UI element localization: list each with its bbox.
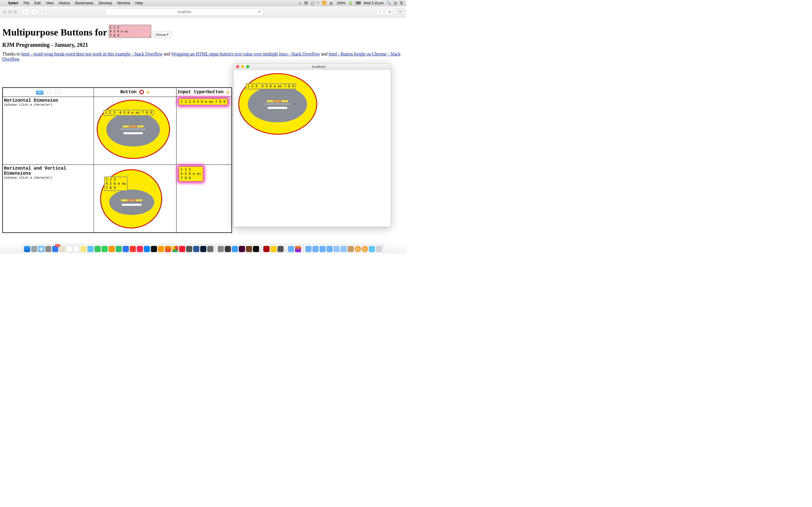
address-bar[interactable]: localhost ⟳ xyxy=(105,8,263,15)
sparkle-icon[interactable]: ✺ xyxy=(226,90,229,95)
app-icon[interactable] xyxy=(218,246,224,252)
forward-button[interactable]: › xyxy=(31,8,38,15)
credit-link-1[interactable]: html - word-wrap break-word does not wor… xyxy=(21,52,163,56)
launchpad-icon[interactable] xyxy=(31,246,37,252)
reload-icon[interactable]: ⟳ xyxy=(258,10,261,14)
mail-icon[interactable]: 13 xyxy=(52,246,58,252)
zoom-icon[interactable] xyxy=(246,65,249,68)
keynote-icon[interactable] xyxy=(123,246,129,252)
messages-icon[interactable] xyxy=(94,246,101,252)
menu-history[interactable]: History xyxy=(56,1,72,5)
numbers-icon[interactable] xyxy=(116,246,122,252)
preview-icon[interactable] xyxy=(87,246,94,252)
filezilla-icon[interactable] xyxy=(263,246,269,252)
reminders-icon[interactable] xyxy=(73,246,80,252)
back-button[interactable]: ‹ xyxy=(21,8,29,15)
share-button[interactable]: ⇪ xyxy=(376,8,384,15)
status-icon[interactable]: Ⓜ xyxy=(304,1,308,6)
app-icon[interactable] xyxy=(207,246,213,252)
status-icon[interactable]: ⟐ xyxy=(299,1,301,5)
app-icon[interactable] xyxy=(348,246,354,252)
mamp-icon[interactable] xyxy=(186,246,192,252)
folder-icon[interactable] xyxy=(305,246,312,252)
emoji-icon[interactable] xyxy=(55,90,60,94)
close-window-icon[interactable] xyxy=(3,10,6,13)
word-icon[interactable] xyxy=(193,246,199,252)
automator-icon[interactable] xyxy=(45,246,51,252)
appstore-icon[interactable] xyxy=(144,246,150,252)
firefox-icon[interactable] xyxy=(165,246,171,252)
photoshop-icon[interactable] xyxy=(200,246,206,252)
demo-button-1[interactable]: 1 2 3 4 5 6 e es 7 8 9 xyxy=(103,110,154,116)
demo-input-button-2[interactable]: 1 2 3 4 5 6 e es 7 8 9 xyxy=(179,166,203,181)
folder-icon[interactable] xyxy=(326,246,333,252)
bluetooth-icon[interactable]: ⌔ xyxy=(317,1,319,5)
menu-bookmarks[interactable]: Bookmarks xyxy=(73,1,96,5)
pages-icon[interactable] xyxy=(109,246,115,252)
trash-icon[interactable] xyxy=(376,246,382,252)
chrome-icon[interactable] xyxy=(172,246,178,252)
folder-icon[interactable] xyxy=(288,246,294,252)
menubar-clock[interactable]: Wed 3:15 pm xyxy=(364,1,384,5)
app-icon[interactable] xyxy=(225,246,231,252)
app-icon[interactable] xyxy=(232,246,238,252)
folder-icon[interactable] xyxy=(312,246,319,252)
safari-icon[interactable] xyxy=(38,246,44,252)
opera-icon[interactable] xyxy=(179,246,185,252)
app-icon[interactable] xyxy=(362,246,368,252)
menu-edit[interactable]: Edit xyxy=(32,1,43,5)
new-tab-button[interactable]: + xyxy=(397,8,403,15)
app-icon[interactable] xyxy=(369,246,375,252)
keyboard-icon[interactable]: ⌨ xyxy=(356,1,361,5)
emoji-icon[interactable] xyxy=(47,90,51,94)
choose-file-button[interactable]: Choose F xyxy=(153,32,171,38)
spotlight-icon[interactable]: 🔍 xyxy=(387,1,391,5)
app-icon[interactable] xyxy=(277,246,284,252)
tabs-button[interactable]: ⧉ xyxy=(386,8,393,15)
menu-file[interactable]: File xyxy=(21,1,32,5)
app-icon[interactable] xyxy=(355,246,361,252)
finder-icon[interactable] xyxy=(24,246,30,252)
zoom-window-icon[interactable] xyxy=(13,10,17,13)
notes-icon[interactable] xyxy=(80,246,87,252)
menu-develop[interactable]: Develop xyxy=(96,1,115,5)
siri-icon[interactable]: ◎ xyxy=(394,1,397,5)
new-badge[interactable]: NEW xyxy=(36,91,43,95)
sparkle-icon[interactable]: ✺ xyxy=(147,90,150,95)
folder-icon[interactable] xyxy=(334,246,340,252)
menu-window[interactable]: Window xyxy=(115,1,133,5)
title-textarea[interactable] xyxy=(109,25,151,38)
popup-demo-button[interactable]: 1 2 3 4 5 6 e es 7 8 9 xyxy=(246,83,296,89)
menu-view[interactable]: View xyxy=(43,1,56,5)
folder-icon[interactable] xyxy=(341,246,347,252)
minimize-icon[interactable] xyxy=(241,65,244,68)
folder-icon[interactable] xyxy=(319,246,326,252)
sidebar-button[interactable]: ☐ xyxy=(41,8,48,15)
popup-titlebar[interactable]: localhost xyxy=(234,64,391,70)
battery-icon[interactable]: 🔋 xyxy=(348,1,353,5)
notification-center-icon[interactable]: ☰ xyxy=(400,1,403,5)
terminal-icon[interactable] xyxy=(151,246,157,252)
menu-help[interactable]: Help xyxy=(133,1,146,5)
app-icon[interactable] xyxy=(253,246,259,252)
app-icon[interactable] xyxy=(158,246,164,252)
xd-icon[interactable] xyxy=(239,246,245,252)
airplay-icon[interactable]: ▢ xyxy=(311,1,314,5)
close-icon[interactable] xyxy=(236,65,239,68)
volume-icon[interactable]: 🔈 xyxy=(329,1,334,5)
paintbrush-icon[interactable] xyxy=(270,246,276,252)
popup-window[interactable]: localhost 1 2 3 4 5 6 e es 7 8 9 xyxy=(234,63,391,227)
credit-link-2[interactable]: Wrapping an HTML input button's text val… xyxy=(171,52,320,56)
minimize-window-icon[interactable] xyxy=(8,10,11,13)
contacts-icon[interactable] xyxy=(59,246,65,252)
demo-input-button-1[interactable]: 1 2 3 4 5 6 e es 7 8 9 xyxy=(179,99,227,105)
record-icon[interactable] xyxy=(139,90,144,94)
app-icon[interactable] xyxy=(246,246,252,252)
facetime-icon[interactable] xyxy=(101,246,108,252)
calendar-icon[interactable] xyxy=(66,246,72,252)
itunes-icon[interactable] xyxy=(137,246,143,252)
demo-button-2[interactable]: 1 2 3 4 5 6 e es 7 8 9 xyxy=(104,177,128,191)
firefox-icon[interactable] xyxy=(295,246,301,252)
wifi-icon[interactable]: 📶 xyxy=(322,1,326,5)
menu-safari[interactable]: Safari xyxy=(6,1,21,5)
